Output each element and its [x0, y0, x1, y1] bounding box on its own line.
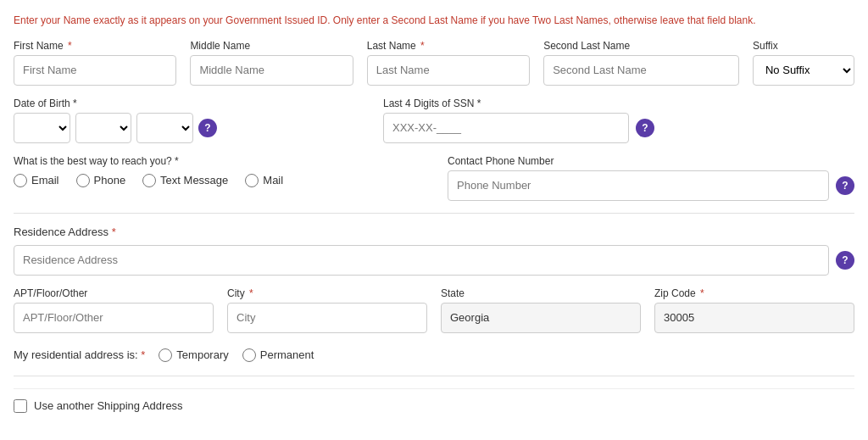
- state-group: State: [441, 287, 641, 333]
- reach-option-text[interactable]: Text Message: [142, 174, 228, 187]
- dob-year-select[interactable]: [136, 113, 193, 143]
- warning-banner: Enter your Name exactly as it appears on…: [14, 14, 854, 28]
- contact-phone-label: Contact Phone Number: [448, 155, 854, 167]
- reach-option-phone[interactable]: Phone: [76, 174, 126, 187]
- shipping-row: Use another Shipping Address: [14, 388, 854, 413]
- zip-label: Zip Code *: [654, 287, 854, 299]
- divider-1: [14, 213, 854, 214]
- zip-group: Zip Code *: [654, 287, 854, 333]
- apt-group: APT/Floor/Other: [14, 287, 214, 333]
- address-help-icon[interactable]: ?: [836, 251, 854, 270]
- warning-text: Enter your Name exactly as it appears on…: [14, 14, 756, 26]
- reach-radio-text[interactable]: [142, 174, 156, 187]
- suffix-group: Suffix No Suffix Jr. Sr. II III IV: [753, 40, 854, 86]
- dob-label: Date of Birth *: [14, 97, 217, 109]
- dob-day-select[interactable]: [75, 113, 132, 143]
- shipping-checkbox[interactable]: [14, 399, 27, 413]
- dob-help-icon[interactable]: ?: [198, 119, 217, 137]
- suffix-select[interactable]: No Suffix Jr. Sr. II III IV: [753, 55, 854, 86]
- residential-type-row: My residential address is: * Temporary P…: [14, 348, 854, 362]
- first-name-group: First Name *: [14, 40, 176, 86]
- ssn-label: Last 4 Digits of SSN *: [383, 97, 654, 109]
- city-label: City *: [227, 287, 427, 299]
- residential-radio-temporary[interactable]: [159, 348, 172, 362]
- name-row: First Name * Middle Name Last Name * Sec…: [14, 40, 854, 86]
- ssn-help-icon[interactable]: ?: [636, 119, 654, 137]
- first-name-label: First Name *: [14, 40, 176, 52]
- residence-address-row: ?: [14, 245, 854, 276]
- contact-phone-input[interactable]: [448, 170, 829, 201]
- reach-option-mail[interactable]: Mail: [245, 174, 283, 187]
- first-name-input[interactable]: [14, 55, 176, 86]
- shipping-label: Use another Shipping Address: [34, 399, 183, 412]
- reach-options: Email Phone Text Message Mail: [14, 174, 420, 187]
- city-group: City *: [227, 287, 427, 333]
- dob-ssn-row: Date of Birth * JanFebMar AprMayJun JulA…: [14, 97, 854, 143]
- last-name-group: Last Name *: [367, 40, 530, 86]
- second-last-name-label: Second Last Name: [543, 40, 739, 52]
- contact-phone-group: Contact Phone Number ?: [448, 155, 854, 201]
- ssn-input[interactable]: [383, 113, 629, 143]
- reach-contact-row: What is the best way to reach you? * Ema…: [14, 155, 854, 201]
- reach-label: What is the best way to reach you? *: [14, 155, 420, 167]
- residential-type-label: My residential address is: *: [14, 348, 145, 361]
- residence-address-input[interactable]: [14, 245, 829, 276]
- state-input[interactable]: [441, 303, 641, 333]
- city-input[interactable]: [227, 303, 427, 333]
- last-name-input[interactable]: [367, 55, 530, 86]
- apt-label: APT/Floor/Other: [14, 287, 214, 299]
- phone-help-icon[interactable]: ?: [836, 176, 854, 195]
- ssn-group: Last 4 Digits of SSN * ?: [383, 97, 654, 143]
- state-label: State: [441, 287, 641, 299]
- reach-group: What is the best way to reach you? * Ema…: [14, 155, 420, 187]
- dob-month-select[interactable]: JanFebMar AprMayJun JulAugSep OctNovDec: [14, 113, 70, 143]
- reach-radio-phone[interactable]: [76, 174, 90, 187]
- zip-input[interactable]: [654, 303, 854, 333]
- second-last-name-input[interactable]: [543, 55, 739, 86]
- reach-radio-mail[interactable]: [245, 174, 259, 187]
- residential-option-permanent[interactable]: Permanent: [242, 348, 314, 362]
- middle-name-group: Middle Name: [190, 40, 353, 86]
- dob-group: Date of Birth * JanFebMar AprMayJun JulA…: [14, 97, 217, 143]
- residential-option-temporary[interactable]: Temporary: [159, 348, 228, 362]
- residence-label: Residence Address *: [14, 226, 854, 238]
- suffix-label: Suffix: [753, 40, 854, 52]
- address-section: Residence Address * ? APT/Floor/Other Ci…: [14, 226, 854, 333]
- residential-radio-permanent[interactable]: [242, 348, 256, 362]
- apt-input[interactable]: [14, 303, 214, 333]
- last-name-label: Last Name *: [367, 40, 530, 52]
- middle-name-label: Middle Name: [190, 40, 353, 52]
- second-last-name-group: Second Last Name: [543, 40, 739, 86]
- reach-radio-email[interactable]: [14, 174, 27, 187]
- address-sub-row: APT/Floor/Other City * State Zip Code *: [14, 287, 854, 333]
- reach-option-email[interactable]: Email: [14, 174, 59, 187]
- middle-name-input[interactable]: [190, 55, 353, 86]
- divider-2: [14, 376, 854, 376]
